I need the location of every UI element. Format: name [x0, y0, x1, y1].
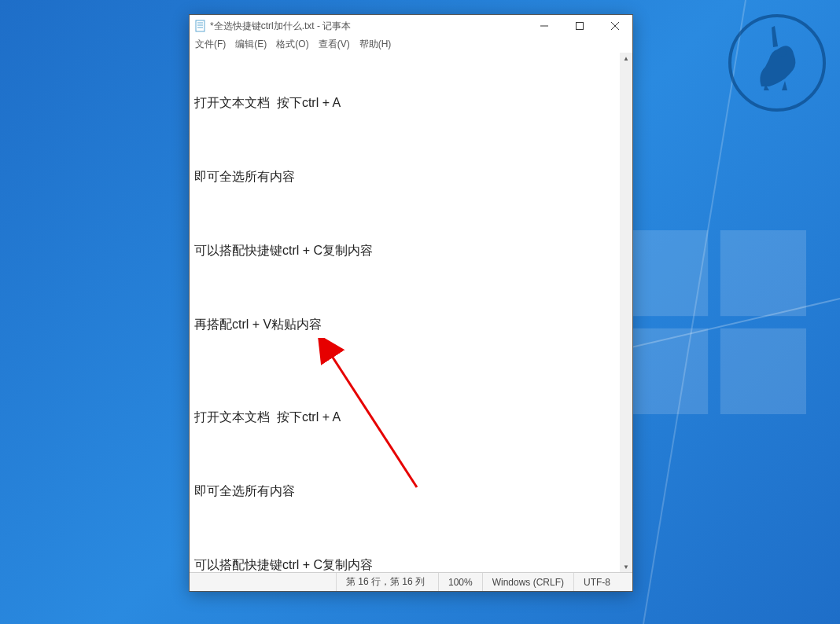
text-line: 即可全选所有内容 — [194, 482, 628, 501]
text-line: 可以搭配快捷键ctrl + C复制内容 — [194, 556, 628, 572]
svg-rect-1 — [720, 230, 806, 316]
minimize-button[interactable] — [526, 15, 562, 37]
close-button[interactable] — [597, 15, 632, 37]
statusbar: 第 16 行，第 16 列 100% Windows (CRLF) UTF-8 — [190, 572, 632, 591]
status-encoding: UTF-8 — [573, 573, 632, 591]
text-line: 即可全选所有内容 — [194, 167, 628, 186]
menu-edit[interactable]: 编辑(E) — [231, 37, 271, 53]
status-position: 第 16 行，第 16 列 — [336, 573, 438, 591]
maximize-button[interactable] — [562, 15, 597, 37]
scroll-up-arrow-icon[interactable]: ▲ — [620, 53, 632, 64]
svg-rect-13 — [576, 23, 583, 30]
svg-rect-0 — [622, 230, 708, 316]
scroll-down-arrow-icon[interactable]: ▼ — [620, 561, 632, 572]
status-lineending: Windows (CRLF) — [482, 573, 573, 591]
knight-watermark-icon — [726, 12, 828, 114]
svg-rect-8 — [196, 20, 204, 31]
svg-point-7 — [779, 49, 787, 57]
menubar: 文件(F) 编辑(E) 格式(O) 查看(V) 帮助(H) — [190, 37, 632, 53]
notepad-window: *全选快捷键ctrl加什么.txt - 记事本 文件(F) 编辑(E) 格式(O… — [189, 14, 633, 592]
vertical-scrollbar[interactable]: ▲ ▼ — [620, 53, 632, 572]
notepad-icon — [194, 20, 207, 32]
windows-logo-bg — [612, 220, 816, 424]
text-line: 打开文本文档 按下ctrl + A — [194, 94, 628, 112]
text-line: 再搭配ctrl + V粘贴内容 — [194, 315, 628, 334]
menu-format[interactable]: 格式(O) — [272, 37, 312, 53]
text-editor-area[interactable]: 打开文本文档 按下ctrl + A 即可全选所有内容 可以搭配快捷键ctrl +… — [190, 53, 632, 572]
svg-rect-3 — [720, 329, 806, 414]
window-title: *全选快捷键ctrl加什么.txt - 记事本 — [210, 20, 526, 33]
menu-help[interactable]: 帮助(H) — [356, 37, 396, 53]
text-line: 可以搭配快捷键ctrl + C复制内容 — [194, 241, 628, 260]
menu-file[interactable]: 文件(F) — [191, 37, 230, 53]
svg-rect-2 — [622, 329, 708, 414]
menu-view[interactable]: 查看(V) — [315, 37, 354, 53]
status-zoom: 100% — [438, 573, 482, 591]
text-line: 打开文本文档 按下ctrl + A — [194, 408, 628, 427]
titlebar[interactable]: *全选快捷键ctrl加什么.txt - 记事本 — [190, 15, 632, 37]
